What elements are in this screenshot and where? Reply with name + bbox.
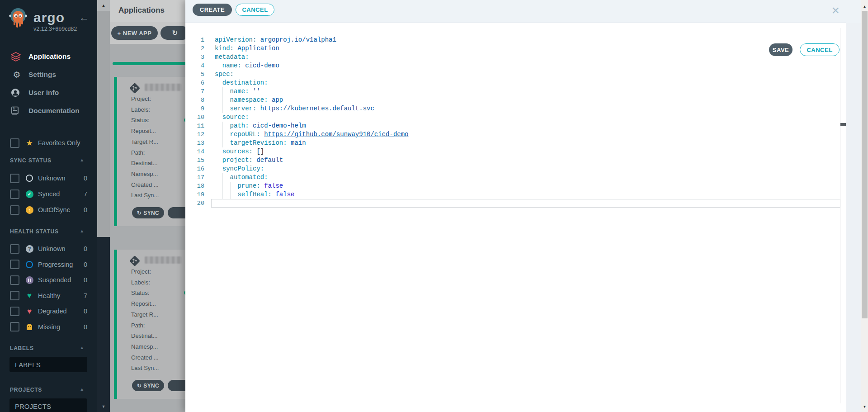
argo-logo [7, 6, 29, 29]
projects-section-header: PROJECTS ▲ [10, 387, 88, 393]
sidebar: argo v2.12.3+6b9cd82 ← Applications⚙ Set… [0, 0, 97, 412]
favorites-only-filter[interactable]: ★ Favorites Only [0, 137, 97, 149]
filter-checkbox[interactable] [10, 291, 19, 300]
sidebar-item-documentation[interactable]: ? Documentation [0, 102, 97, 120]
tile-field-label: Status: [131, 289, 149, 296]
line-number: 17 [194, 173, 204, 182]
applications-header: Applications [110, 0, 185, 22]
line-number: 19 [194, 190, 204, 199]
tile-field-label: Project: [131, 95, 151, 102]
degraded-icon: ♥ [27, 308, 32, 315]
sidebar-item-label: User Info [28, 89, 59, 97]
filter-label: Progressing [38, 261, 73, 268]
application-tile[interactable]: Project:Labels:Status:Reposit...Target R… [114, 77, 185, 226]
filter-unknown[interactable]: Unknown 0 [0, 172, 97, 184]
scroll-down-icon[interactable]: ▼ [861, 405, 868, 409]
filter-checkbox[interactable] [10, 275, 19, 285]
tile-field-label: Namesp... [131, 170, 158, 177]
yaml-editor[interactable]: 1apiVersion: argoproj.io/v1alpha12kind: … [194, 36, 840, 217]
line-code: source: [215, 113, 249, 122]
filter-missing[interactable]: Missing 0 [0, 321, 97, 333]
layers-icon [11, 52, 21, 62]
application-name-redacted [145, 256, 182, 264]
filter-checkbox[interactable] [10, 322, 19, 331]
line-code: project: default [215, 156, 283, 165]
book-icon: ? [11, 106, 19, 115]
filter-degraded[interactable]: ♥ Degraded 0 [0, 305, 97, 317]
line-code: server: https://kubernetes.default.svc [215, 104, 374, 113]
filter-label: Unknown [38, 175, 65, 182]
sync-button[interactable]: ↻ SYNC [132, 207, 164, 218]
refresh-button[interactable]: ↻ [160, 26, 185, 40]
favorites-checkbox[interactable] [10, 138, 19, 148]
line-code: syncPolicy: [215, 165, 264, 173]
filter-outofsync[interactable]: ↑ OutOfSync 0 [0, 204, 97, 216]
editor-cancel-button[interactable]: CANCEL [800, 43, 840, 56]
unknown-health-icon: ? [26, 245, 33, 253]
sidebar-collapse-icon[interactable]: ← [79, 12, 89, 24]
create-button[interactable]: CREATE [193, 4, 232, 16]
sidebar-item-label: Settings [28, 71, 56, 79]
sidebar-item-settings[interactable]: ⚙ Settings [0, 66, 97, 84]
filter-checkbox[interactable] [10, 244, 19, 254]
tile-secondary-button[interactable] [168, 380, 185, 391]
tile-field-label: Labels: [131, 106, 150, 113]
scrollbar-thumb[interactable] [97, 11, 110, 237]
filter-checkbox[interactable] [10, 174, 19, 183]
sidebar-item-label: Applications [28, 52, 71, 61]
line-code: apiVersion: argoproj.io/v1alpha1 [215, 36, 336, 44]
collapse-triangle-icon[interactable]: ▲ [80, 228, 85, 233]
line-number: 4 [194, 62, 204, 70]
labels-filter-input[interactable] [9, 357, 87, 372]
projects-filter-input[interactable] [9, 398, 87, 412]
sidebar-item-applications[interactable]: Applications [0, 47, 97, 66]
application-name-redacted [145, 84, 182, 91]
scroll-down-icon[interactable]: ▼ [97, 401, 110, 412]
filter-healthy[interactable]: ♥ Healthy 7 [0, 290, 97, 302]
new-app-button[interactable]: + NEW APP [111, 26, 158, 40]
scroll-up-icon[interactable]: ▲ [861, 5, 868, 9]
line-number: 9 [194, 104, 204, 113]
tile-secondary-button[interactable] [168, 207, 185, 218]
filter-count: 0 [84, 245, 87, 252]
line-code: prune: false [215, 182, 283, 190]
save-button[interactable]: SAVE [769, 43, 793, 56]
health-status-section-header: HEALTH STATUS ▲ [10, 228, 88, 235]
sidebar-item-user-info[interactable]: User Info [0, 84, 97, 102]
sidebar-item-label: Documentation [28, 107, 80, 115]
filter-progressing[interactable]: Progressing 0 [0, 259, 97, 270]
filter-synced[interactable]: ✓ Synced 7 [0, 188, 97, 200]
tile-field-label: Namesp... [131, 343, 158, 350]
healthy-icon: ♥ [27, 292, 32, 299]
suspended-icon [26, 276, 33, 284]
git-app-icon [128, 82, 141, 95]
cancel-button[interactable]: CANCEL [236, 4, 274, 16]
scroll-up-icon[interactable]: ▲ [97, 0, 110, 11]
collapse-triangle-icon[interactable]: ▲ [80, 345, 85, 350]
collapse-triangle-icon[interactable]: ▲ [80, 387, 85, 392]
synced-icon: ✓ [26, 190, 33, 198]
editor-overview-ruler [840, 28, 840, 403]
sync-icon: ↻ [137, 210, 142, 216]
application-tile[interactable]: Project:Labels:Status:Reposit...Target R… [114, 250, 185, 399]
filter-checkbox[interactable] [10, 205, 19, 215]
line-number: 6 [194, 79, 204, 87]
create-application-panel: CREATE CANCEL × 1apiVersion: argoproj.io… [185, 0, 861, 412]
filter-checkbox[interactable] [10, 307, 19, 316]
labels-section-header: LABELS ▲ [10, 345, 88, 351]
filter-suspended[interactable]: Suspended 0 [0, 274, 97, 286]
progressing-icon [26, 261, 33, 268]
favorites-label: Favorites Only [38, 139, 80, 147]
collapse-triangle-icon[interactable]: ▲ [80, 157, 85, 162]
close-icon[interactable]: × [831, 3, 840, 18]
filter-checkbox[interactable] [10, 189, 19, 199]
sync-button[interactable]: ↻ SYNC [132, 380, 164, 391]
git-app-icon [128, 255, 141, 267]
scrollbar-thumb[interactable] [862, 11, 868, 318]
line-code: targetRevision: main [215, 139, 306, 147]
applications-list-scrollbar[interactable]: ▲ ▼ [97, 0, 110, 412]
page-scrollbar[interactable]: ▲ ▼ [861, 0, 868, 412]
filter-unknown[interactable]: ? Unknown 0 [0, 243, 97, 255]
gear-icon: ⚙ [13, 70, 20, 80]
filter-checkbox[interactable] [10, 260, 19, 269]
